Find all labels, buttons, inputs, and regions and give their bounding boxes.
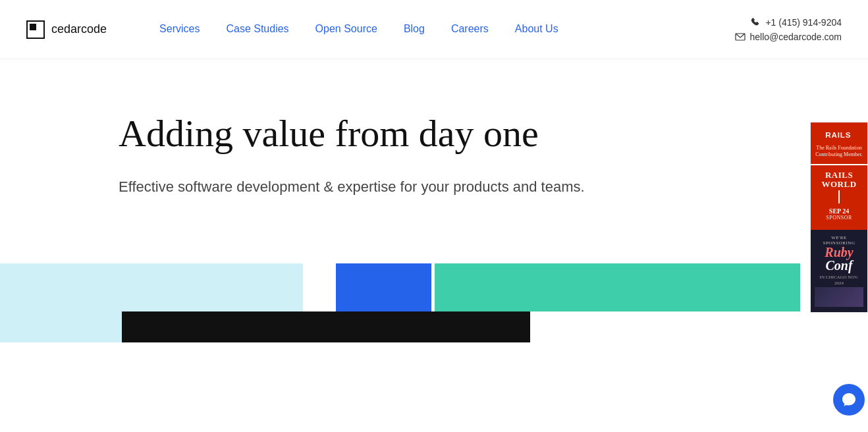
email-link[interactable]: hello@cedarcode.com [735, 32, 842, 42]
email-address: hello@cedarcode.com [749, 32, 842, 42]
main-nav: Services Case Studies Open Source Blog C… [159, 22, 735, 36]
ad-foundation-text: The Rails Foundation Contributing Member… [815, 145, 863, 159]
nav-case-studies[interactable]: Case Studies [226, 22, 288, 36]
ad-sponsor-label: SPONSOR [819, 215, 859, 221]
nav-careers[interactable]: Careers [451, 22, 489, 36]
logo-icon [26, 20, 45, 39]
side-ad[interactable]: RAILS The Rails Foundation Contributing … [810, 122, 868, 313]
dark-bar [122, 311, 530, 342]
ad-rails-world-title: RAILSWORLD [815, 171, 863, 190]
ad-ruby-conf: WE'RE SPONSORING RubyConf IN CHICAGO NOV… [811, 230, 867, 311]
nav-about-us[interactable]: About Us [515, 22, 558, 36]
svg-text:RAILS: RAILS [825, 130, 851, 139]
logo-text: cedarcode [51, 22, 107, 36]
phone-number: +1 (415) 914-9204 [765, 17, 842, 28]
green-bar [435, 263, 800, 311]
nav-open-source[interactable]: Open Source [315, 22, 377, 36]
ad-date-block: SEP 24 SPONSOR [815, 205, 863, 225]
hero-heading: Adding value from day one [119, 112, 777, 156]
contact-info: +1 (415) 914-9204 hello@cedarcode.com [735, 17, 842, 42]
ad-sponsoring-label: WE'RE SPONSORING [815, 235, 863, 246]
site-header: cedarcode Services Case Studies Open Sou… [0, 0, 868, 59]
ad-rails-world: RAILSWORLD SEP 24 SPONSOR [811, 164, 867, 230]
ad-rails-logo-text: RAILS [815, 128, 863, 142]
logo[interactable]: cedarcode [26, 20, 107, 39]
nav-services[interactable]: Services [159, 22, 200, 36]
ad-ruby-image [815, 287, 863, 307]
ad-rails-top: RAILS The Rails Foundation Contributing … [811, 122, 867, 164]
phone-icon [751, 17, 761, 28]
nav-blog[interactable]: Blog [404, 22, 425, 36]
color-section [0, 263, 868, 342]
phone-link[interactable]: +1 (415) 914-9204 [751, 17, 842, 28]
ad-date-text: SEP 24 [819, 207, 859, 215]
ad-ruby-conf-text: RubyConf [815, 246, 863, 272]
hero-subheading: Effective software development & experti… [119, 176, 777, 198]
ad-ruby-location: IN CHICAGO NOV. 2024 [815, 275, 863, 286]
email-icon [735, 32, 746, 42]
blue-block [336, 263, 431, 311]
ad-separator [815, 189, 863, 205]
hero-section: Adding value from day one Effective soft… [0, 59, 803, 224]
